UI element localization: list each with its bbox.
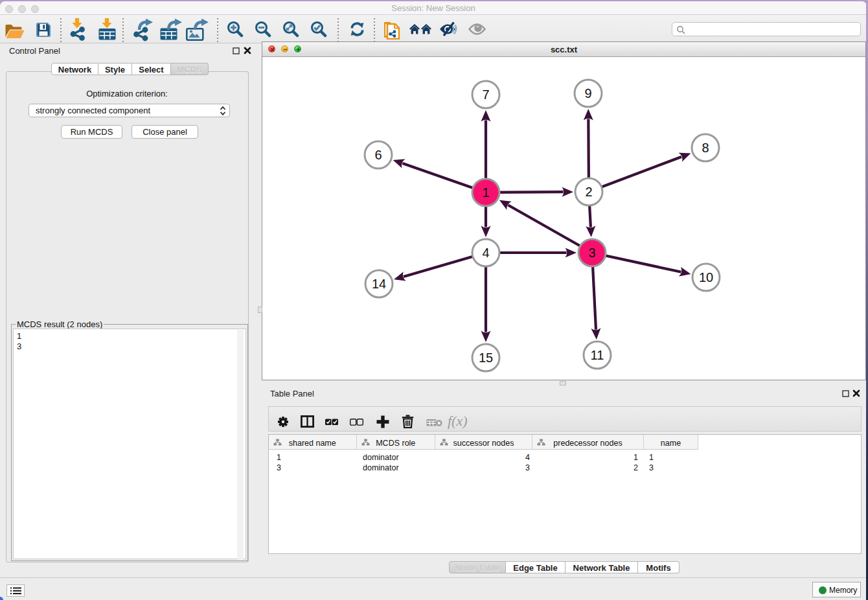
- svg-text:3: 3: [588, 246, 595, 260]
- svg-text:8: 8: [702, 141, 709, 155]
- svg-text:14: 14: [372, 277, 386, 291]
- svg-text:15: 15: [479, 351, 493, 365]
- svg-text:11: 11: [591, 348, 604, 362]
- svg-text:2: 2: [585, 185, 592, 199]
- svg-text:10: 10: [699, 270, 713, 284]
- svg-text:7: 7: [482, 87, 489, 102]
- svg-text:4: 4: [482, 246, 489, 260]
- svg-text:1: 1: [482, 185, 489, 200]
- svg-text:6: 6: [374, 148, 382, 162]
- svg-text:9: 9: [584, 86, 591, 100]
